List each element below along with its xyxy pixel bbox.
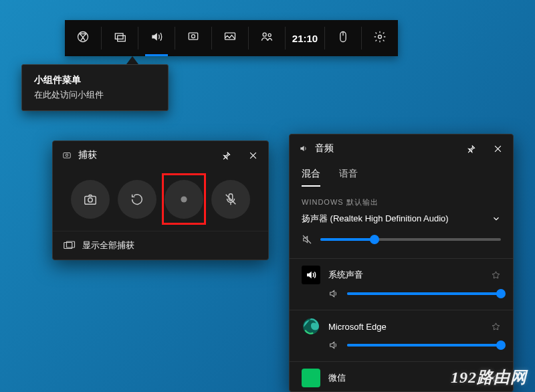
default-output-label: WINDOWS 默认输出 [290, 187, 513, 211]
app-volume-slider[interactable] [347, 292, 501, 295]
svg-rect-11 [64, 153, 71, 159]
widgets-tooltip: 小组件菜单 在此处访问小组件 [21, 64, 169, 111]
master-volume-row [290, 230, 513, 254]
gallery-icon [64, 241, 76, 250]
app-row: 系统声音 [290, 263, 513, 306]
star-icon[interactable] [491, 322, 501, 332]
tab-voice[interactable]: 语音 [339, 163, 358, 187]
tab-mix[interactable]: 混合 [302, 163, 320, 187]
close-button[interactable] [243, 145, 263, 165]
app-volume-slider[interactable] [347, 344, 501, 347]
app-row: Microsoft Edge [290, 314, 513, 357]
screenshot-button[interactable] [71, 180, 110, 219]
svg-rect-3 [189, 33, 197, 39]
record-button[interactable] [165, 180, 203, 219]
audio-panel: 音频 混合 语音 WINDOWS 默认输出 扬声器 (Realtek High … [289, 134, 514, 392]
svg-rect-1 [115, 33, 123, 39]
capture-body [53, 169, 268, 231]
capture-panel: 捕获 显示全部捕获 [52, 140, 269, 260]
audio-title-icon [299, 144, 308, 153]
mute-icon[interactable] [302, 234, 312, 245]
app-icon [302, 317, 320, 336]
capture-title: 捕获 [78, 149, 97, 161]
audio-tabs: 混合 语音 [290, 163, 513, 187]
tooltip-arrow [126, 56, 138, 64]
pin-button[interactable] [216, 145, 236, 165]
capture-icon[interactable] [212, 20, 248, 56]
capture-title-icon [62, 151, 72, 160]
chevron-down-icon [492, 214, 501, 223]
app-name: 系统声音 [328, 269, 483, 281]
app-name: Microsoft Edge [328, 322, 483, 332]
audio-title: 音频 [315, 142, 334, 155]
tooltip-title: 小组件菜单 [34, 74, 156, 86]
master-volume-slider[interactable] [320, 238, 501, 241]
mouse-icon[interactable] [325, 20, 361, 56]
app-icon [302, 369, 320, 387]
watermark: 192路由网 [451, 367, 527, 388]
capture-header: 捕获 [53, 141, 268, 169]
last30s-button[interactable] [118, 180, 156, 219]
widgets-icon[interactable] [102, 20, 138, 56]
xbox-icon[interactable] [65, 20, 101, 56]
svg-point-10 [379, 35, 382, 39]
svg-point-14 [88, 198, 92, 202]
gamebar-toolbar: 21:10 [65, 20, 398, 56]
star-icon[interactable] [491, 270, 501, 280]
tooltip-body: 在此处访问小组件 [34, 89, 156, 101]
svg-point-6 [263, 33, 266, 36]
toolbar-time: 21:10 [286, 20, 324, 56]
app-icon [302, 266, 320, 284]
show-all-captures-label: 显示全部捕获 [82, 239, 134, 252]
app-volume-icon[interactable] [328, 340, 339, 351]
svg-rect-2 [118, 35, 126, 41]
output-device-row[interactable]: 扬声器 (Realtek High Definition Audio) [290, 211, 513, 230]
close-button[interactable] [488, 138, 508, 159]
audio-icon[interactable] [138, 20, 175, 56]
mic-toggle-button[interactable] [211, 180, 250, 219]
svg-point-4 [192, 35, 195, 38]
settings-icon[interactable] [362, 20, 398, 56]
svg-point-7 [268, 33, 271, 36]
svg-point-15 [181, 196, 187, 202]
output-device-name: 扬声器 (Realtek High Definition Audio) [302, 213, 449, 225]
svg-point-12 [66, 154, 68, 157]
performance-icon[interactable] [175, 20, 211, 56]
audio-header: 音频 [290, 134, 513, 163]
show-all-captures[interactable]: 显示全部捕获 [53, 231, 268, 260]
social-icon[interactable] [249, 20, 285, 56]
pin-button[interactable] [461, 138, 481, 159]
app-volume-icon[interactable] [328, 288, 339, 299]
